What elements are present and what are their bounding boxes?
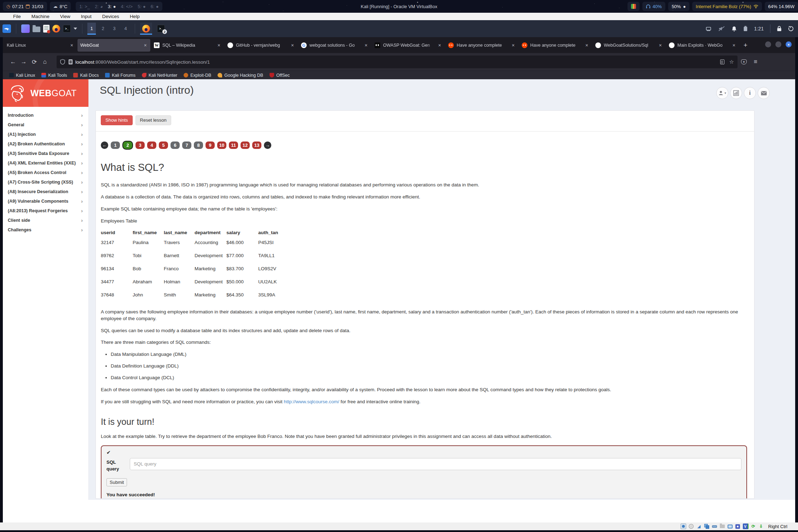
firefox-launcher[interactable] <box>52 25 60 33</box>
vbox-display-icon[interactable] <box>728 525 733 528</box>
workspace-1[interactable]: 1:>_ <box>79 4 90 9</box>
tab-google-search[interactable]: G webgoat solutions - Go × <box>298 39 371 52</box>
reader-mode-icon[interactable] <box>720 59 724 64</box>
lock-screen-icon[interactable] <box>777 26 782 31</box>
terminal-launcher[interactable]: >_ <box>63 25 71 33</box>
vm-clock[interactable]: 1:21 <box>754 26 764 31</box>
bookmark-kali-docs[interactable]: Kali Docs <box>73 73 99 78</box>
close-button[interactable]: × <box>786 41 792 47</box>
battery-icon[interactable] <box>743 26 748 31</box>
page-11[interactable]: 11 <box>229 141 238 149</box>
vbox-recording-icon[interactable] <box>735 524 740 529</box>
sidebar-item-a1-injection[interactable]: (A1) Injection› <box>3 129 88 139</box>
sidebar-item-a3-sensitive-data-exposure[interactable]: (A3) Sensitive Data Exposure› <box>3 149 88 158</box>
tab-webgoat-active[interactable]: WebGoat × <box>77 39 150 52</box>
tab-sql-wikipedia[interactable]: W SQL – Wikipedia × <box>151 39 224 52</box>
brightness-module[interactable]: 50% ● <box>668 2 689 11</box>
url-bar[interactable]: localhost:8080/WebGoat/start.mvc#lesson/… <box>57 56 738 68</box>
sidebar-item-client-side[interactable]: Client side› <box>3 215 88 225</box>
menu-hamburger-icon[interactable]: ≡ <box>754 58 757 65</box>
next-page-button[interactable]: → <box>264 141 271 149</box>
tab-github-vernjan[interactable]: GitHub - vernjan/webg × <box>225 39 297 52</box>
vbox-harddisk-icon[interactable] <box>681 524 686 529</box>
file-manager-launcher[interactable] <box>33 27 40 32</box>
tab-close-icon[interactable]: × <box>438 42 442 48</box>
bookmark-google-hacking-db[interactable]: Google Hacking DB <box>218 73 263 78</box>
sidebar-item-general[interactable]: General› <box>3 120 88 129</box>
workspace-5[interactable]: 5:● <box>138 4 146 9</box>
vbox-network-icon[interactable] <box>704 524 710 529</box>
sidebar-item-challenges[interactable]: Challenges› <box>3 225 88 235</box>
url-text[interactable]: localhost:8080/WebGoat/start.mvc#lesson/… <box>75 59 210 65</box>
sidebar-item-a5-broken-access-control[interactable]: (A5) Broken Access Control› <box>3 168 88 177</box>
page-9[interactable]: 9 <box>206 141 215 149</box>
bookmark-star-icon[interactable]: ☆ <box>729 59 734 65</box>
vm-workspace-2[interactable]: 2 <box>99 23 107 35</box>
bookmark-kali-linux[interactable]: Kali Linux <box>9 73 35 78</box>
tab-close-icon[interactable]: × <box>70 42 74 48</box>
contact-button[interactable] <box>758 87 770 99</box>
page-2-current[interactable]: 2 <box>122 141 133 150</box>
desktop-settings-launcher[interactable] <box>21 24 30 33</box>
vbox-keyboard-capture-icon[interactable]: ⇩ <box>758 524 764 529</box>
tab-close-icon[interactable]: × <box>290 42 295 48</box>
scoreboard-button[interactable] <box>730 87 742 99</box>
page-8[interactable]: 8 <box>194 141 203 149</box>
reset-lesson-button[interactable]: Reset lesson <box>135 115 171 125</box>
home-button[interactable]: ⌂ <box>40 58 50 65</box>
bookmark-kali-forums[interactable]: Kali Forums <box>105 73 135 78</box>
page-12[interactable]: 12 <box>241 141 250 149</box>
page-13[interactable]: 13 <box>252 141 261 149</box>
wifi-module[interactable]: Internet Familie Bolz (77%) <box>692 2 762 11</box>
page-7[interactable]: 7 <box>182 141 191 149</box>
network-icon[interactable] <box>705 26 712 31</box>
power-module[interactable]: 64% 14.96W <box>765 2 798 11</box>
tab-close-icon[interactable]: × <box>658 42 663 48</box>
sidebar-item-a8-2013-request-forgeries[interactable]: (A8:2013) Request Forgeries› <box>3 206 88 215</box>
workspace-4[interactable]: 4:</> <box>121 4 133 9</box>
tab-kali-linux[interactable]: Kali Linux × <box>4 39 77 52</box>
page-4[interactable]: 4 <box>147 141 156 149</box>
vbox-shared-folders-icon[interactable] <box>720 525 725 528</box>
bookmark-kali-nethunter[interactable]: Kali NetHunter <box>142 73 177 78</box>
bookmark-kali-tools[interactable]: Kali Tools <box>41 73 67 78</box>
site-info-icon[interactable] <box>69 59 73 64</box>
prev-page-button[interactable]: ← <box>101 141 108 149</box>
host-workspaces[interactable]: 1:>_ 2:◕ 3:● 4:</> 5:● 6:● <box>76 2 162 11</box>
tab-owasp-webgoat[interactable]: OWASP WebGoat: Gen × <box>372 39 445 52</box>
vbox-features-icon[interactable]: V <box>743 524 748 529</box>
forward-button[interactable]: → <box>18 58 29 65</box>
sidebar-item-a4-xxe[interactable]: (A4) XML External Entities (XXE)› <box>3 158 88 168</box>
taskbar-firefox-window[interactable] <box>140 23 152 35</box>
menu-devices[interactable]: Devices <box>102 14 119 19</box>
vbox-optical-drive-icon[interactable] <box>689 524 694 529</box>
reload-button[interactable]: ⟳ <box>29 58 40 66</box>
sidebar-item-a8-insecure-deserialization[interactable]: (A8) Insecure Deserialization› <box>3 187 88 196</box>
webgoat-brand-header[interactable]: WEBGOAT <box>3 79 88 107</box>
page-10[interactable]: 10 <box>217 141 226 149</box>
tab-close-icon[interactable]: × <box>143 42 148 48</box>
tab-close-icon[interactable]: × <box>217 42 221 48</box>
vbox-mouse-integration-icon[interactable]: ⟳ <box>751 524 756 529</box>
launcher-dropdown-chevron-icon[interactable] <box>74 28 77 30</box>
kali-menu-button[interactable] <box>2 24 11 33</box>
audio-muted-icon[interactable] <box>718 26 725 31</box>
sidebar-item-a9-vulnerable-components[interactable]: (A9) Vulnerable Components› <box>3 196 88 206</box>
submit-button[interactable]: Submit <box>106 478 127 486</box>
app-indicator-module[interactable] <box>628 2 640 11</box>
page-3[interactable]: 3 <box>135 141 145 149</box>
bookmark-offsec[interactable]: OffSec <box>270 73 290 78</box>
sidebar-item-a7-xss[interactable]: (A7) Cross-Site Scripting (XSS)› <box>3 177 88 187</box>
page-6[interactable]: 6 <box>170 141 180 149</box>
tab-close-icon[interactable]: × <box>364 42 368 48</box>
tab-close-icon[interactable]: × <box>511 42 515 48</box>
text-editor-launcher[interactable] <box>43 25 50 33</box>
tab-close-icon[interactable]: × <box>732 42 736 48</box>
tracking-shield-icon[interactable] <box>60 59 65 65</box>
workspace-3-active[interactable]: 3:● <box>108 4 116 9</box>
sqlcourse-link[interactable]: http://www.sqlcourse.com/ <box>284 399 339 404</box>
bookmark-exploit-db[interactable]: Exploit-DB <box>184 73 211 78</box>
vm-workspace-4[interactable]: 4 <box>121 23 130 35</box>
vbox-usb-icon[interactable] <box>712 525 717 528</box>
maximize-button[interactable] <box>775 41 781 47</box>
